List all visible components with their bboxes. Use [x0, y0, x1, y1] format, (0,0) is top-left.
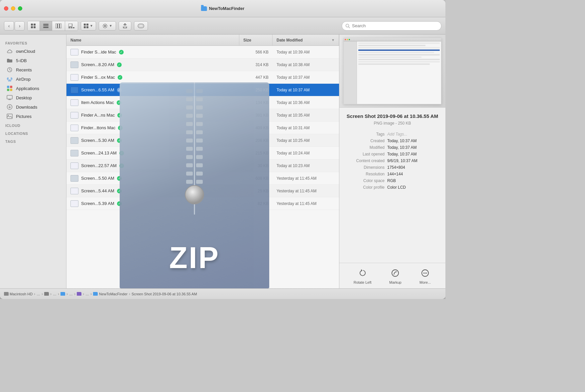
svg-rect-13 — [73, 27, 74, 28]
svg-point-64 — [425, 273, 426, 274]
breadcrumb-sep: › — [50, 292, 52, 296]
breadcrumb-sep: › — [74, 292, 75, 296]
table-row[interactable]: Item Actions Mac ✓ 134 KB Today at 10:36… — [66, 96, 339, 109]
size-column-header[interactable]: Size — [239, 35, 273, 46]
rotate-left-button[interactable]: Rotate Left — [354, 267, 372, 284]
file-thumbnail — [70, 175, 78, 182]
table-row[interactable]: Screen...5.44 AM ✓ 25 KB Yesterday at 11… — [66, 185, 339, 197]
file-date: Today at 10:25 AM — [273, 138, 339, 143]
more-button[interactable]: More... — [419, 267, 431, 284]
search-input[interactable] — [352, 23, 438, 28]
sidebar-item-pictures[interactable]: Pictures — [1, 112, 65, 121]
sidebar-item-owncloud[interactable]: ownCloud — [1, 47, 65, 56]
table-row[interactable]: Finder...ttons Mac ✓ 409 KB Today at 10:… — [66, 122, 339, 134]
file-name: Screen...5.30 AM — [81, 138, 114, 143]
file-size: 30 KB — [239, 163, 273, 168]
meta-color-space-row: Color space RGB — [345, 177, 440, 184]
table-row-selected[interactable]: Screen...6.55 AM ✓ 250 KB Today at 10:37… — [66, 84, 339, 96]
table-row[interactable]: Screen...5.50 AM ✓ 608 KB Yesterday at 1… — [66, 172, 339, 185]
traffic-lights — [4, 6, 22, 11]
breadcrumb-ellipsis3: … — [69, 292, 73, 296]
group-button[interactable]: ▼ — [81, 21, 96, 31]
file-size: 206 KB — [239, 138, 273, 143]
file-list-header: Name Size Date Modified ▼ — [66, 35, 339, 46]
sync-icon: ✓ — [118, 75, 122, 80]
table-row[interactable]: Screen...8.20 AM ✓ 314 KB Today at 10:38… — [66, 58, 339, 71]
table-row[interactable]: Finder A...ns Mac ✓ 391 KB Today at 10:3… — [66, 109, 339, 122]
tags-value[interactable]: Add Tags... — [387, 132, 440, 137]
table-row[interactable]: Screen...22.57 AM ✓ 30 KB Today at 10:23… — [66, 159, 339, 172]
sidebar-item-recents[interactable]: Recents — [1, 65, 65, 74]
file-thumbnail — [70, 137, 78, 144]
svg-rect-4 — [43, 24, 49, 25]
back-button[interactable]: ‹ — [4, 21, 14, 31]
svg-point-34 — [8, 115, 9, 116]
svg-rect-26 — [7, 89, 9, 91]
gallery-view-button[interactable] — [65, 21, 78, 31]
home-icon — [44, 292, 49, 296]
file-name: Screen...5.50 AM — [81, 176, 114, 181]
close-button[interactable] — [4, 6, 8, 11]
minimize-button[interactable] — [11, 6, 15, 11]
svg-rect-16 — [84, 26, 86, 28]
breadcrumb-sep: › — [42, 292, 43, 296]
table-row[interactable]: Finder S...ide Mac ✓ 566 KB Today at 10:… — [66, 46, 339, 58]
forward-button[interactable]: › — [15, 21, 25, 31]
sidebar-item-label: ownCloud — [16, 49, 35, 54]
gallery-view-icon — [68, 24, 74, 28]
table-row[interactable]: Finder S...ox Mac ✓ 447 KB Today at 10:3… — [66, 71, 339, 84]
sidebar-item-label: AirDrop — [16, 77, 31, 82]
share-button[interactable] — [119, 21, 131, 31]
sidebar-item-desktop[interactable]: Desktop — [1, 93, 65, 102]
finder-window: NewToMacFinder ‹ › — [0, 0, 445, 299]
column-view-button[interactable] — [52, 21, 65, 31]
markup-button[interactable]: Markup — [389, 267, 402, 284]
breadcrumb-newtomacfinder: NewToMacFinder — [99, 292, 128, 296]
sync-icon: ✓ — [117, 113, 122, 118]
file-name: Screen...5.44 AM — [81, 188, 114, 193]
table-row[interactable]: Screen...5.39 AM ✓ 82 KB Yesterday at 11… — [66, 197, 339, 210]
modified-value: Today, 10:37 AM — [387, 145, 440, 150]
sync-icon: ✓ — [117, 176, 122, 181]
file-name: Finder S...ox Mac — [81, 75, 115, 80]
tag-button[interactable] — [134, 21, 148, 31]
sidebar-item-airdrop[interactable]: AirDrop — [1, 74, 65, 84]
file-row-name: Screen...24.13 AM ✓ — [66, 150, 239, 156]
file-date: Today at 10:36 AM — [273, 100, 339, 105]
file-name: Finder A...ns Mac — [81, 113, 115, 118]
sidebar-item-applications[interactable]: Applications — [1, 84, 65, 93]
svg-rect-17 — [86, 26, 88, 28]
pictures-icon — [7, 113, 13, 119]
svg-rect-2 — [31, 26, 33, 28]
file-thumbnail — [70, 150, 78, 156]
sidebar-item-5idb[interactable]: 5-iDB — [1, 56, 65, 65]
icon-view-button[interactable] — [28, 21, 40, 31]
table-row[interactable]: Screen...24.13 AM ✓ 215 KB Today at 10:2… — [66, 147, 339, 159]
icon-view-icon — [31, 24, 36, 28]
svg-point-65 — [426, 273, 427, 274]
file-row-name: Finder...ttons Mac ✓ — [66, 125, 239, 131]
date-column-header[interactable]: Date Modified ▼ — [273, 35, 339, 46]
list-view-button[interactable] — [40, 21, 52, 31]
search-bar[interactable] — [342, 21, 441, 31]
name-column-header[interactable]: Name — [66, 35, 239, 46]
action-button[interactable]: ▼ — [99, 21, 116, 31]
breadcrumb-sep: › — [34, 292, 35, 296]
file-name: Screen...24.13 AM — [81, 150, 117, 155]
breadcrumb-ellipsis: … — [37, 292, 40, 296]
view-mode-buttons — [27, 21, 78, 31]
maximize-button[interactable] — [18, 6, 22, 11]
table-row[interactable]: Screen...5.30 AM ✓ 206 KB Today at 10:25… — [66, 134, 339, 147]
breadcrumb-filename: Screen Shot 2019-09-06 at 10.36.55 AM — [132, 292, 197, 296]
file-date: Today at 10:31 AM — [273, 126, 339, 130]
color-space-label: Color space — [345, 178, 385, 183]
svg-rect-12 — [71, 27, 72, 28]
file-size: 314 KB — [239, 62, 273, 67]
breadcrumb-hd: Macintosh HD — [4, 292, 33, 296]
sync-icon: ✓ — [117, 62, 122, 67]
tags-header: Tags — [0, 137, 66, 145]
favorites-header: Favorites — [0, 39, 66, 47]
sidebar-item-downloads[interactable]: Downloads — [1, 102, 65, 112]
applications-icon — [7, 85, 13, 91]
sidebar-item-label: Recents — [16, 67, 32, 72]
